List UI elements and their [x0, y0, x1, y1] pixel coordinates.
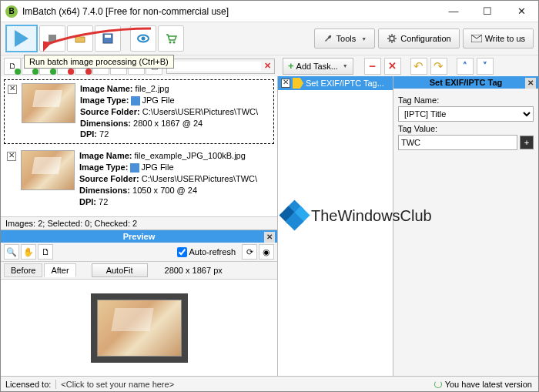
version-status: You have latest version — [428, 380, 538, 389]
mail-icon — [471, 35, 482, 42]
tab-after[interactable]: After — [44, 263, 75, 277]
content-area: Image Name: file_2.jpg Image Type: JPG F… — [1, 76, 538, 376]
move-down-button[interactable]: ˅ — [477, 58, 494, 75]
task-list-pane[interactable]: Set EXIF/IPTC Tag... — [278, 76, 393, 376]
window-title: ImBatch (x64) 7.4.0 [Free for non-commer… — [22, 6, 437, 17]
minimize-button[interactable]: — — [437, 1, 470, 22]
app-icon: B — [5, 5, 18, 18]
image-count-status: Images: 2; Selected: 0; Checked: 2 — [1, 216, 277, 230]
version-check-icon — [434, 380, 442, 388]
clear-search-icon[interactable]: ✕ — [261, 61, 274, 71]
write-to-us-button[interactable]: Write to us — [463, 28, 534, 49]
image-thumbnail — [22, 83, 75, 123]
configuration-button[interactable]: Configuration — [378, 28, 459, 49]
add-task-button[interactable]: + Add Task... — [283, 58, 353, 75]
refresh-button[interactable]: ⟳ — [242, 244, 257, 260]
undo-button[interactable]: ↶ — [410, 58, 427, 75]
move-up-button[interactable]: ˄ — [457, 58, 474, 75]
license-value[interactable]: <Click to set your name here> — [56, 380, 179, 389]
close-button[interactable]: ✕ — [504, 1, 538, 22]
image-meta: Image Name: file_2.jpg Image Type: JPG F… — [80, 83, 258, 140]
svg-rect-2 — [105, 35, 111, 38]
search-box[interactable]: ✕ — [166, 59, 275, 74]
status-bar: Licensed to: <Click to set your name her… — [1, 376, 538, 391]
pan-tool[interactable]: ✋ — [21, 244, 36, 260]
preview-header: Preview ✕ — [1, 230, 277, 243]
image-thumbnail — [21, 150, 75, 190]
tools-menu[interactable]: Tools — [314, 28, 376, 49]
gear-icon — [387, 33, 397, 44]
cart-button[interactable] — [158, 25, 184, 52]
left-pane: Image Name: file_2.jpg Image Type: JPG F… — [1, 76, 278, 376]
image-meta: Image Name: file_example_JPG_100kB.jpg I… — [79, 150, 257, 207]
run-batch-button[interactable] — [5, 25, 38, 52]
image-item[interactable]: Image Name: file_2.jpg Image Type: JPG F… — [4, 79, 274, 144]
auto-refresh-checkbox[interactable] — [177, 247, 187, 257]
preview-toggle-button[interactable] — [130, 25, 156, 52]
image-checkbox[interactable] — [7, 152, 16, 161]
delete-task-button[interactable]: ✕ — [384, 58, 401, 75]
stop-button[interactable] — [39, 25, 65, 52]
preview-image — [97, 300, 182, 357]
task-label: Set EXIF/IPTC Tag... — [306, 79, 384, 88]
target-button[interactable]: ◉ — [259, 244, 274, 260]
preview-close-button[interactable]: ✕ — [264, 232, 275, 243]
titlebar: B ImBatch (x64) 7.4.0 [Free for non-comm… — [1, 1, 538, 22]
add-tag-value-button[interactable]: + — [520, 136, 534, 149]
redo-button[interactable]: ↷ — [430, 58, 447, 75]
filetype-icon — [131, 96, 140, 106]
svg-point-4 — [142, 37, 146, 41]
svg-point-5 — [169, 42, 172, 44]
play-icon — [15, 30, 28, 47]
image-list[interactable]: Image Name: file_2.jpg Image Type: JPG F… — [1, 76, 277, 216]
tagvalue-label: Tag Value: — [398, 124, 534, 133]
tab-before[interactable]: Before — [4, 263, 42, 277]
save-button[interactable] — [95, 25, 121, 52]
tagname-select[interactable]: [IPTC] Title — [398, 106, 534, 122]
task-item[interactable]: Set EXIF/IPTC Tag... — [278, 76, 393, 90]
filetype-icon — [130, 163, 139, 173]
wrench-icon — [323, 33, 333, 44]
preview-pane: Preview ✕ 🔍 ✋ 🗋 Auto-refresh ⟳ ◉ Before … — [1, 230, 277, 376]
maximize-button[interactable]: ☐ — [470, 1, 504, 22]
image-checkbox[interactable] — [8, 85, 17, 94]
svg-point-7 — [390, 36, 394, 41]
main-toolbar: Tools Configuration Write to us — [1, 22, 538, 55]
properties-close-button[interactable]: ✕ — [525, 78, 536, 89]
tagname-label: Tag Name: — [398, 95, 534, 105]
auto-refresh-label: Auto-refresh — [189, 247, 236, 256]
image-item[interactable]: Image Name: file_example_JPG_100kB.jpg I… — [4, 147, 274, 210]
svg-point-6 — [173, 42, 176, 44]
autofit-button[interactable]: AutoFit — [92, 263, 148, 277]
preview-image-area[interactable] — [1, 280, 277, 376]
license-label: Licensed to: — [1, 380, 56, 389]
preview-dimensions: 2800 x 1867 px — [157, 264, 230, 276]
info-tool[interactable]: 🗋 — [38, 244, 53, 260]
tag-icon — [293, 78, 303, 89]
open-button[interactable] — [67, 25, 93, 52]
tagvalue-input[interactable] — [398, 135, 517, 150]
search-input[interactable] — [167, 62, 261, 71]
add-files-button[interactable]: 🗋 — [4, 58, 21, 75]
task-checkbox[interactable] — [281, 79, 290, 88]
zoom-tool[interactable]: 🔍 — [4, 244, 19, 260]
remove-task-button[interactable]: − — [364, 58, 381, 75]
properties-header: Set EXIF/IPTC Tag ✕ — [393, 76, 538, 89]
run-tooltip: Run batch image processing (Ctrl+B) — [24, 55, 174, 69]
properties-pane: Set EXIF/IPTC Tag ✕ Tag Name: [IPTC] Tit… — [393, 76, 538, 376]
svg-rect-0 — [49, 35, 56, 42]
plus-icon: + — [288, 60, 294, 72]
